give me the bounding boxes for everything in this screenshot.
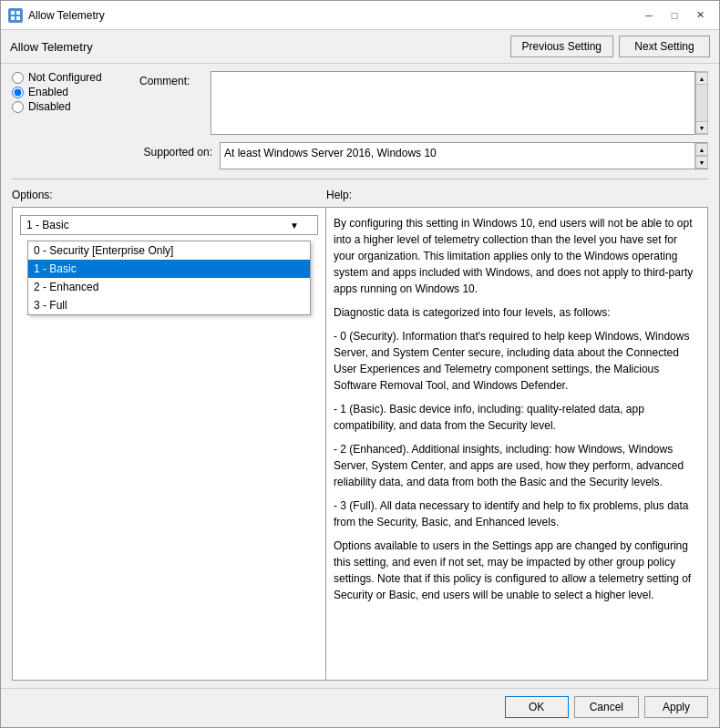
divider: [12, 179, 708, 179]
dropdown-wrapper: 1 - Basic ▼ 0 - Security [Enterprise Onl…: [20, 215, 318, 235]
titlebar: Allow Telemetry ─ □ ✕: [1, 1, 719, 30]
supported-label: Supported on:: [139, 146, 212, 159]
radio-enabled[interactable]: Enabled: [12, 86, 130, 98]
comment-section: Comment: ▲ ▼: [139, 71, 708, 135]
dropdown-chevron-icon: ▼: [290, 220, 299, 231]
help-text-4: - 1 (Basic). Basic device info, includin…: [334, 401, 700, 434]
content-area: Not Configured Enabled Disabled Comment:: [1, 64, 719, 688]
select-container: 1 - Basic ▼ 0 - Security [Enterprise Onl…: [20, 215, 318, 235]
comment-label: Comment:: [139, 75, 203, 87]
header-bar: Allow Telemetry Previous Setting Next Se…: [1, 30, 719, 64]
help-text-5: - 2 (Enhanced). Additional insights, inc…: [334, 441, 700, 490]
options-label: Options:: [12, 189, 326, 201]
help-text-6: - 3 (Full). All data necessary to identi…: [334, 497, 700, 530]
supported-scrollbar: ▲ ▼: [694, 143, 707, 169]
comment-scroll-down[interactable]: ▼: [695, 121, 708, 134]
comment-scrollbar: ▲ ▼: [695, 71, 708, 135]
main-window: Allow Telemetry ─ □ ✕ Allow Telemetry Pr…: [0, 0, 720, 728]
svg-rect-3: [16, 16, 20, 20]
right-panel: Comment: ▲ ▼ Supported on: At least: [139, 71, 708, 169]
dropdown-item-3[interactable]: 3 - Full: [28, 296, 310, 314]
supported-value: At least Windows Server 2016, Windows 10: [221, 143, 694, 169]
footer-buttons: OK Cancel Apply: [1, 688, 719, 727]
dropdown-item-1[interactable]: 1 - Basic: [28, 260, 310, 278]
comment-scroll-track: [696, 85, 707, 121]
comment-scroll-up[interactable]: ▲: [695, 72, 708, 85]
window-title: Allow Telemetry: [28, 9, 105, 22]
options-pane: 1 - Basic ▼ 0 - Security [Enterprise Onl…: [12, 207, 326, 681]
prev-setting-button[interactable]: Previous Setting: [510, 36, 613, 57]
help-pane: By configuring this setting in Windows 1…: [326, 207, 708, 681]
ok-button[interactable]: OK: [505, 696, 569, 718]
dropdown-display[interactable]: 1 - Basic ▼: [20, 215, 318, 235]
maximize-button[interactable]: □: [663, 6, 686, 25]
help-text-2: Diagnostic data is categorized into four…: [334, 304, 700, 321]
supported-value-wrapper: At least Windows Server 2016, Windows 10…: [220, 142, 708, 169]
radio-not-configured[interactable]: Not Configured: [12, 71, 130, 84]
dropdown-menu: 0 - Security [Enterprise Only] 1 - Basic…: [27, 241, 311, 315]
help-text-7: Options available to users in the Settin…: [334, 538, 700, 603]
options-help-content: 1 - Basic ▼ 0 - Security [Enterprise Onl…: [12, 207, 708, 681]
help-text-3: - 0 (Security). Information that's requi…: [334, 328, 700, 394]
apply-button[interactable]: Apply: [644, 696, 708, 718]
supported-scroll-down[interactable]: ▼: [695, 156, 708, 169]
section-labels: Options: Help:: [12, 189, 708, 201]
radio-group: Not Configured Enabled Disabled: [12, 71, 130, 113]
header-title: Allow Telemetry: [10, 40, 93, 54]
nav-buttons: Previous Setting Next Setting: [510, 36, 710, 57]
top-section: Not Configured Enabled Disabled Comment:: [12, 71, 708, 169]
minimize-button[interactable]: ─: [637, 6, 661, 25]
supported-scroll-up[interactable]: ▲: [695, 143, 708, 156]
comment-textarea[interactable]: [211, 71, 695, 135]
supported-section: Supported on: At least Windows Server 20…: [139, 142, 708, 169]
window-controls: ─ □ ✕: [637, 6, 712, 25]
svg-rect-1: [16, 11, 20, 15]
dropdown-item-2[interactable]: 2 - Enhanced: [28, 278, 310, 296]
svg-rect-0: [11, 11, 15, 15]
window-icon: [8, 8, 23, 23]
next-setting-button[interactable]: Next Setting: [619, 36, 710, 57]
cancel-button[interactable]: Cancel: [574, 696, 639, 718]
help-text-1: By configuring this setting in Windows 1…: [334, 215, 700, 297]
help-label: Help:: [326, 189, 708, 201]
radio-disabled[interactable]: Disabled: [12, 100, 130, 113]
dropdown-item-0[interactable]: 0 - Security [Enterprise Only]: [28, 241, 310, 260]
comment-input-wrapper: ▲ ▼: [211, 71, 708, 135]
svg-rect-2: [11, 16, 15, 20]
close-button[interactable]: ✕: [688, 6, 712, 25]
